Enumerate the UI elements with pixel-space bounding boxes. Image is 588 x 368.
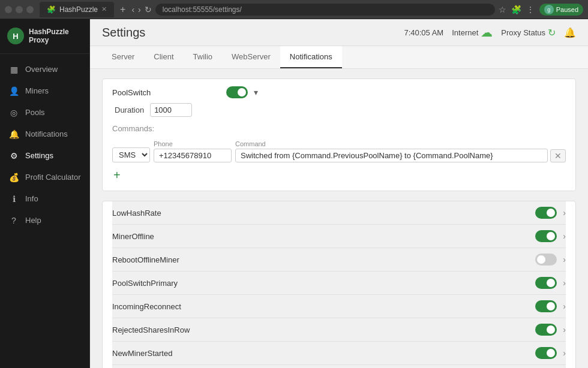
toggle-miner-offline[interactable] bbox=[535, 230, 557, 242]
command-header: Command bbox=[235, 140, 566, 147]
sidebar-item-notifications[interactable]: 🔔 Notifications bbox=[0, 123, 89, 145]
notif-label-low-hash-rate: LowHashRate bbox=[112, 209, 220, 218]
poolswitch-expand-btn[interactable]: ▾ bbox=[254, 88, 258, 97]
browser-max-btn[interactable] bbox=[26, 6, 34, 13]
browser-min-btn[interactable] bbox=[16, 6, 23, 13]
toggle-reboot-offline-miner[interactable] bbox=[535, 254, 557, 266]
sidebar-logo: H HashPuzzle Proxy bbox=[0, 19, 89, 54]
tab-client[interactable]: Client bbox=[144, 46, 183, 68]
chevron-miner-offline[interactable]: › bbox=[563, 231, 566, 241]
topbar-right: 7:40:05 AM Internet ☁ Proxy Status ↻ 🔔 bbox=[404, 25, 576, 40]
slider-reboot-offline-miner bbox=[535, 254, 557, 266]
sidebar-nav: ▦ Overview 👤 Miners ◎ Pools 🔔 Notificati… bbox=[0, 54, 89, 236]
notification-item-rejected-shares-in-row: RejectedSharesInRow › bbox=[112, 318, 566, 342]
notification-item-reboot-offline-miner: RebootOfflineMiner › bbox=[112, 248, 566, 272]
proxy-status: Proxy Status ↻ bbox=[501, 27, 556, 38]
notif-right-new-miner-started: › bbox=[535, 347, 566, 359]
chevron-rejected-shares-in-row[interactable]: › bbox=[563, 325, 566, 334]
browser-close-btn[interactable] bbox=[5, 6, 12, 13]
tab-title: HashPuzzle bbox=[59, 5, 98, 14]
slider-low-hash-rate bbox=[535, 207, 557, 219]
internet-label: Internet bbox=[452, 28, 478, 37]
phone-header: Phone bbox=[154, 140, 232, 147]
proxy-refresh-icon[interactable]: ↻ bbox=[548, 27, 556, 38]
paused-label: Paused bbox=[556, 6, 578, 13]
new-tab-btn[interactable]: + bbox=[118, 4, 128, 15]
topbar: Settings 7:40:05 AM Internet ☁ Proxy Sta… bbox=[90, 19, 588, 46]
notif-label-rejected-shares-in-row: RejectedSharesInRow bbox=[112, 325, 220, 334]
chevron-reboot-offline-miner[interactable]: › bbox=[563, 255, 566, 264]
notif-label-incoming-reconnect: IncomingReconnect bbox=[112, 302, 220, 311]
poolswitch-header: PoolSwitch ▾ bbox=[112, 86, 566, 98]
internet-status: Internet ☁ bbox=[452, 25, 493, 40]
sidebar-item-profit[interactable]: 💰 Profit Calculator bbox=[0, 167, 89, 188]
sidebar-item-miners[interactable]: 👤 Miners bbox=[0, 80, 89, 102]
tab-notifications[interactable]: Notifications bbox=[280, 46, 342, 68]
back-btn[interactable]: ‹ bbox=[131, 5, 134, 14]
tab-twilio[interactable]: Twilio bbox=[184, 46, 223, 68]
add-sms-btn[interactable]: + bbox=[112, 167, 122, 183]
notif-label-new-miner-started: NewMinerStarted bbox=[112, 349, 220, 358]
help-icon: ? bbox=[8, 215, 19, 226]
sidebar-item-info[interactable]: ℹ Info bbox=[0, 188, 89, 210]
notif-right-pool-switch-primary: › bbox=[535, 277, 566, 289]
info-icon: ℹ bbox=[8, 194, 19, 204]
tab-webserver[interactable]: WebServer bbox=[222, 46, 280, 68]
slider-miner-offline bbox=[535, 230, 557, 242]
address-bar[interactable]: localhost:55555/settings/ bbox=[155, 4, 495, 16]
slider-incoming-reconnect bbox=[535, 300, 557, 312]
sidebar-item-overview[interactable]: ▦ Overview bbox=[0, 59, 89, 80]
paused-avatar: g bbox=[544, 5, 554, 14]
cloud-icon: ☁ bbox=[481, 25, 493, 40]
sidebar-item-settings[interactable]: ⚙ Settings bbox=[0, 145, 89, 167]
browser-tab[interactable]: 🧩 HashPuzzle ✕ bbox=[40, 2, 114, 17]
poolswitch-label: PoolSwitch bbox=[112, 88, 220, 97]
sidebar-item-info-label: Info bbox=[25, 194, 38, 203]
phone-input[interactable] bbox=[154, 149, 232, 162]
proxy-status-label: Proxy Status bbox=[501, 28, 545, 37]
chevron-low-hash-rate[interactable]: › bbox=[563, 208, 566, 218]
tab-close-btn[interactable]: ✕ bbox=[101, 5, 107, 13]
sidebar-item-pools[interactable]: ◎ Pools bbox=[0, 102, 89, 123]
toggle-new-miner-started[interactable] bbox=[535, 347, 557, 359]
notification-item-pool-switch-primary: PoolSwitchPrimary › bbox=[112, 272, 566, 295]
slider-rejected-shares-in-row bbox=[535, 324, 557, 336]
settings-content: PoolSwitch ▾ Duration Commands: bbox=[90, 69, 588, 368]
sidebar-item-pools-label: Pools bbox=[25, 108, 45, 117]
notifications-icon: 🔔 bbox=[8, 129, 19, 140]
bookmark-btn[interactable]: ☆ bbox=[499, 5, 506, 14]
sms-type-header bbox=[112, 139, 150, 146]
poolswitch-toggle[interactable] bbox=[226, 86, 248, 98]
notification-item-low-hash-rate: LowHashRate › bbox=[112, 201, 566, 225]
paused-badge: g Paused bbox=[539, 4, 583, 16]
chevron-incoming-reconnect[interactable]: › bbox=[563, 301, 566, 311]
extensions-btn[interactable]: 🧩 bbox=[511, 5, 521, 14]
duration-row: Duration bbox=[115, 103, 566, 117]
toggle-incoming-reconnect[interactable] bbox=[535, 300, 557, 312]
sms-type-select[interactable]: SMS bbox=[112, 147, 150, 162]
sidebar-item-settings-label: Settings bbox=[25, 151, 53, 160]
chevron-new-miner-started[interactable]: › bbox=[563, 348, 566, 358]
reload-btn[interactable]: ↻ bbox=[145, 5, 152, 14]
forward-btn[interactable]: › bbox=[138, 5, 141, 14]
sms-select-wrap: SMS bbox=[112, 139, 150, 162]
add-row: + bbox=[112, 167, 566, 183]
menu-btn[interactable]: ⋮ bbox=[526, 5, 535, 14]
toggle-pool-switch-primary[interactable] bbox=[535, 277, 557, 289]
time-display: 7:40:05 AM bbox=[404, 28, 443, 37]
delete-sms-btn[interactable]: ✕ bbox=[550, 149, 566, 162]
commands-label: Commands: bbox=[112, 122, 566, 135]
notif-right-reboot-offline-miner: › bbox=[535, 254, 566, 266]
toggle-low-hash-rate[interactable] bbox=[535, 207, 557, 219]
command-input[interactable] bbox=[235, 149, 548, 162]
duration-input[interactable] bbox=[150, 103, 192, 117]
sidebar-item-miners-label: Miners bbox=[25, 86, 49, 95]
notif-label-pool-switch-primary: PoolSwitchPrimary bbox=[112, 279, 220, 288]
chevron-pool-switch-primary[interactable]: › bbox=[563, 278, 566, 288]
sidebar-item-help[interactable]: ? Help bbox=[0, 210, 89, 231]
sidebar: H HashPuzzle Proxy ▦ Overview 👤 Miners ◎… bbox=[0, 19, 90, 368]
overview-icon: ▦ bbox=[8, 64, 19, 75]
bell-icon[interactable]: 🔔 bbox=[564, 27, 576, 38]
tab-server[interactable]: Server bbox=[102, 46, 144, 68]
toggle-rejected-shares-in-row[interactable] bbox=[535, 324, 557, 336]
